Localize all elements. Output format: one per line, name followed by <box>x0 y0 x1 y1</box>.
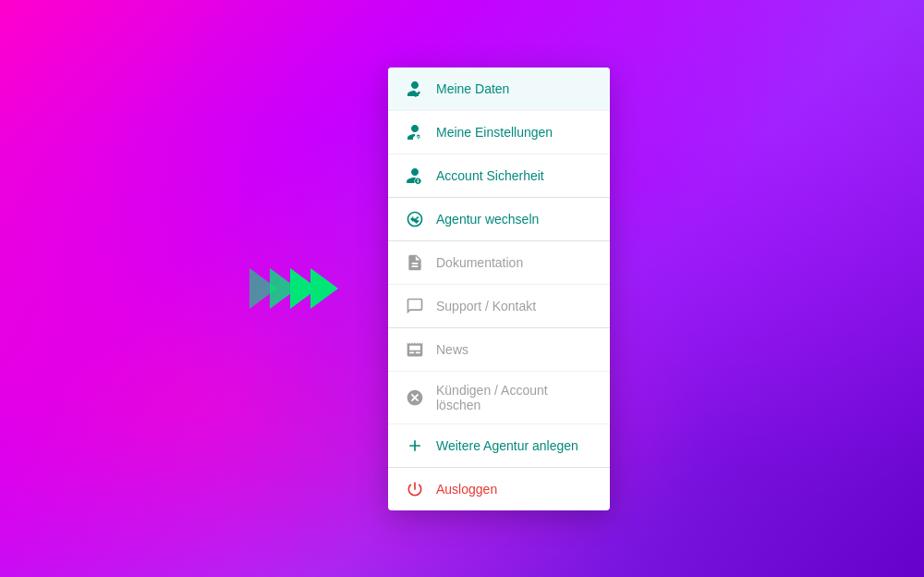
plus-icon <box>405 436 425 456</box>
arrow-2 <box>270 268 298 309</box>
menu-label-agentur-wechseln: Agentur wechseln <box>436 212 539 227</box>
menu-label-support: Support / Kontakt <box>436 299 536 313</box>
menu-item-account-sicherheit[interactable]: Account Sicherheit <box>388 154 610 198</box>
person-edit-icon <box>405 79 425 99</box>
menu-label-news: News <box>436 342 468 357</box>
menu-item-dokumentation[interactable]: Dokumentation <box>388 241 610 285</box>
swap-agency-icon <box>405 209 425 229</box>
dropdown-menu: Meine Daten Meine Einstellungen Account … <box>388 68 610 510</box>
menu-item-news[interactable]: News <box>388 328 610 372</box>
menu-item-meine-daten[interactable]: Meine Daten <box>388 68 610 111</box>
newspaper-icon <box>405 339 425 360</box>
arrow-4 <box>310 268 338 309</box>
person-lock-icon <box>405 166 425 186</box>
document-icon <box>405 252 425 273</box>
menu-label-meine-daten: Meine Daten <box>436 81 509 96</box>
person-settings-icon <box>405 122 425 142</box>
menu-label-dokumentation: Dokumentation <box>436 255 523 270</box>
menu-label-kuendigen: Kündigen / Account löschen <box>436 383 593 412</box>
menu-item-weitere-agentur[interactable]: Weitere Agentur anlegen <box>388 424 610 468</box>
menu-item-support[interactable]: Support / Kontakt <box>388 285 610 328</box>
arrows-decoration <box>249 268 331 309</box>
menu-item-kuendigen[interactable]: Kündigen / Account löschen <box>388 372 610 424</box>
menu-item-meine-einstellungen[interactable]: Meine Einstellungen <box>388 111 610 154</box>
cancel-circle-icon <box>405 387 425 408</box>
menu-item-ausloggen[interactable]: Ausloggen <box>388 468 610 510</box>
chat-icon <box>405 296 425 316</box>
menu-label-weitere-agentur: Weitere Agentur anlegen <box>436 438 578 453</box>
power-icon <box>405 479 425 499</box>
menu-label-meine-einstellungen: Meine Einstellungen <box>436 125 553 140</box>
menu-label-ausloggen: Ausloggen <box>436 482 497 497</box>
menu-label-account-sicherheit: Account Sicherheit <box>436 168 544 183</box>
menu-item-agentur-wechseln[interactable]: Agentur wechseln <box>388 198 610 241</box>
